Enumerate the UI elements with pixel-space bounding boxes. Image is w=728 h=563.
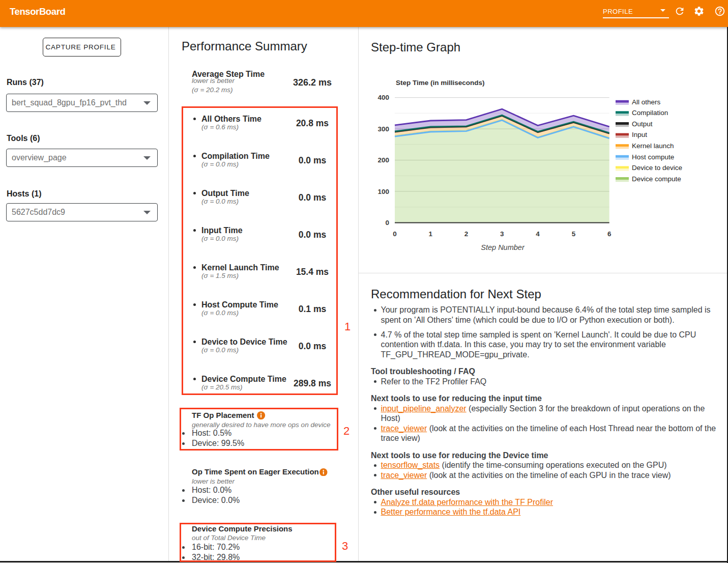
svg-text:200: 200 <box>377 156 389 164</box>
svg-text:400: 400 <box>377 94 389 101</box>
svg-text:2: 2 <box>464 230 469 238</box>
svg-text:0: 0 <box>385 219 389 227</box>
svg-text:5: 5 <box>572 230 576 238</box>
svg-text:Step Number: Step Number <box>481 243 525 251</box>
svg-text:All others: All others <box>632 98 661 106</box>
svg-text:Device compute: Device compute <box>632 175 681 183</box>
svg-text:Host compute: Host compute <box>632 153 674 161</box>
svg-text:3: 3 <box>500 230 504 238</box>
svg-text:100: 100 <box>377 188 389 195</box>
svg-text:0: 0 <box>393 230 397 238</box>
svg-text:4: 4 <box>536 230 540 238</box>
svg-text:1: 1 <box>429 230 433 238</box>
svg-text:Device to device: Device to device <box>632 164 682 172</box>
svg-text:Input: Input <box>632 131 647 138</box>
svg-text:Output: Output <box>632 120 653 128</box>
svg-text:300: 300 <box>377 125 389 133</box>
svg-text:Step Time (in milliseconds): Step Time (in milliseconds) <box>396 79 485 87</box>
svg-text:Compilation: Compilation <box>632 109 668 117</box>
svg-text:6: 6 <box>607 230 611 238</box>
svg-text:Kernel launch: Kernel launch <box>632 142 674 150</box>
